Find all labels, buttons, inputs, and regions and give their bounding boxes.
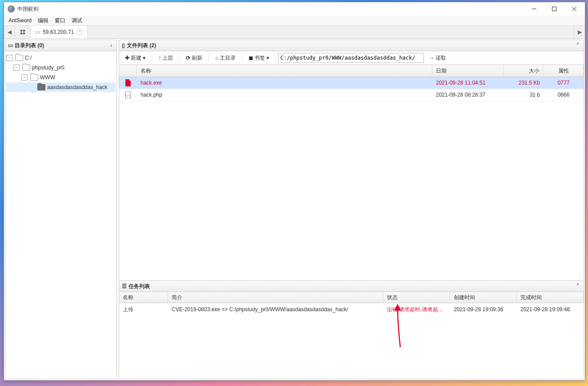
tab-connection[interactable]: ▭ 59.63.200.71 × [31,26,88,38]
file-size: 31 b [503,92,544,98]
col-icon[interactable] [119,65,137,77]
refresh-button[interactable]: ⟳刷新 [182,53,206,64]
plus-icon: ✚ [125,55,129,61]
chevron-up-icon[interactable]: ˄ [575,42,581,49]
refresh-icon: ⟳ [186,55,190,61]
window-title: 中国蚁剑 [17,5,524,13]
tcol-finished[interactable]: 完成时间 [517,292,584,303]
col-size[interactable]: 大小 [503,65,544,77]
app-icon [8,5,15,12]
file-name: hack.php [137,92,432,98]
task-desc: CVE-2019-0803.exe => C:/phpstudy_pr0/WWW… [168,306,383,313]
path-input[interactable] [278,53,424,63]
menu-window[interactable]: 窗口 [53,16,67,25]
folder-icon: ▭ [35,29,40,35]
tab-home[interactable] [15,26,31,38]
tcol-status[interactable]: 状态 [383,292,450,303]
file-date: 2021-09-28 11:04:51 [432,80,503,86]
tcol-name[interactable]: 名称 [119,292,168,303]
task-finished: 2021-09-28 19:09:46 [517,306,584,313]
collapse-icon[interactable]: - [6,55,12,61]
tree-label: aasdasdasdasddas_hack [47,84,107,90]
col-attr[interactable]: 属性 [544,65,584,77]
svg-rect-1 [552,7,556,11]
bookmark-button[interactable]: ◼书签 ▾ [245,53,273,64]
col-name[interactable]: 名称 [137,65,432,77]
tabs-scroll-left[interactable]: ◀ [4,26,15,38]
task-grid-header: 名称 简介 状态 创建时间 完成时间 [119,292,584,303]
chevron-down-icon: ▾ [143,55,145,61]
chevron-down-icon[interactable]: ˅ [575,283,581,289]
titlebar[interactable]: 中国蚁剑 [4,2,585,16]
arrow-right-icon: → [429,55,434,61]
task-panel-header[interactable]: ☰ 任务列表 ˅ [119,281,584,292]
chevron-down-icon: ▾ [266,55,269,61]
arrow-up-icon: ↑ [158,55,161,61]
file-attr: 0777 [544,80,584,86]
up-button[interactable]: ↑上层 [154,53,177,64]
collapse-icon[interactable]: - [13,65,20,71]
tcol-created[interactable]: 创建时间 [450,292,517,303]
menu-debug[interactable]: 调试 [70,16,84,25]
tree-node[interactable]: - phpstudy_pr0 [6,63,116,73]
collapse-icon[interactable]: - [21,74,28,81]
folder-icon [15,55,23,61]
tabs-scroll-right[interactable]: ▶ [574,26,585,38]
file-icon [125,79,131,86]
menubar: AntSword 编辑 窗口 调试 [4,16,585,25]
maximize-button[interactable] [544,2,564,16]
dir-tree: - C:/ - phpstudy_pr0 - WWW aasd [5,51,117,379]
task-created: 2021-09-28 19:09:36 [450,306,517,313]
task-rows: 上传CVE-2019-0803.exe => C:/phpstudy_pr0/W… [119,303,584,379]
tab-close-icon[interactable]: × [77,29,83,35]
minimize-button[interactable] [524,2,544,16]
tree-node-selected[interactable]: aasdasdasdasddas_hack [6,82,116,92]
tab-label: 59.63.200.71 [43,29,74,35]
file-grid-header: 名称 日期 大小 属性 [119,65,584,77]
file-name: hack.exe [137,80,432,86]
file-row[interactable]: hack.exe2021-09-28 11:04:51231.5 Kb0777 [119,77,584,89]
tree-node-root[interactable]: - C:/ [6,53,116,63]
menu-edit[interactable]: 编辑 [36,16,50,25]
file-panel: ▯ 文件列表 (2) ˄ ✚新建 ▾ ↑上层 ⟳刷新 ⌂主目录 ◼书签 ▾ [119,40,584,379]
file-date: 2021-09-28 08:28:37 [432,92,503,98]
svg-text:</>: </> [126,94,130,97]
file-toolbar: ✚新建 ▾ ↑上层 ⟳刷新 ⌂主目录 ◼书签 ▾ →读取 [119,51,584,65]
folder-icon [37,84,45,90]
file-rows: hack.exe2021-09-28 11:04:51231.5 Kb0777<… [119,77,584,280]
file-panel-header[interactable]: ▯ 文件列表 (2) ˄ [119,40,584,51]
file-panel-title: 文件列表 (2) [127,42,156,49]
dir-panel-title: 目录列表 (0) [15,42,44,49]
bookmark-icon: ◼ [249,55,253,61]
folder-icon [30,74,38,81]
file-icon: ▯ [122,42,125,49]
folder-icon: ▭ [8,42,13,49]
dir-panel: ▭ 目录列表 (0) ‹ - C:/ - phpstudy_pr0 - [5,40,117,379]
new-button[interactable]: ✚新建 ▾ [121,53,149,64]
tree-node[interactable]: - WWW [6,73,116,82]
tabstrip: ◀ ▭ 59.63.200.71 × ▶ [4,25,585,39]
menu-antsword[interactable]: AntSword [7,17,33,24]
file-row[interactable]: </>hack.php2021-09-28 08:28:3731 b0666 [119,89,584,101]
file-attr: 0666 [544,92,584,98]
home-icon: ⌂ [215,55,218,61]
tcol-desc[interactable]: 简介 [168,292,383,303]
chevron-left-icon[interactable]: ‹ [109,42,114,49]
file-size: 231.5 Kb [503,80,544,86]
file-icon: </> [125,91,131,98]
tree-label: WWW [40,74,55,81]
app-window: 中国蚁剑 AntSword 编辑 窗口 调试 ◀ ▭ 59.63.200.71 … [4,2,585,381]
tree-label: C:/ [25,55,32,61]
home-button[interactable]: ⌂主目录 [211,53,240,64]
list-icon: ☰ [122,283,127,289]
dir-panel-header[interactable]: ▭ 目录列表 (0) ‹ [5,40,117,51]
tree-label: phpstudy_pr0 [32,65,64,71]
col-date[interactable]: 日期 [432,65,503,77]
folder-icon [22,65,30,71]
task-panel-title: 任务列表 [129,283,150,290]
task-row[interactable]: 上传CVE-2019-0803.exe => C:/phpstudy_pr0/W… [119,303,584,316]
close-button[interactable] [564,2,584,16]
task-panel: ☰ 任务列表 ˅ 名称 简介 状态 创建时间 完成时间 上传CVE-2019-0… [119,280,584,379]
read-button[interactable]: →读取 [425,53,450,64]
task-status: 出错:请求超时,请将超时时 [383,306,450,313]
